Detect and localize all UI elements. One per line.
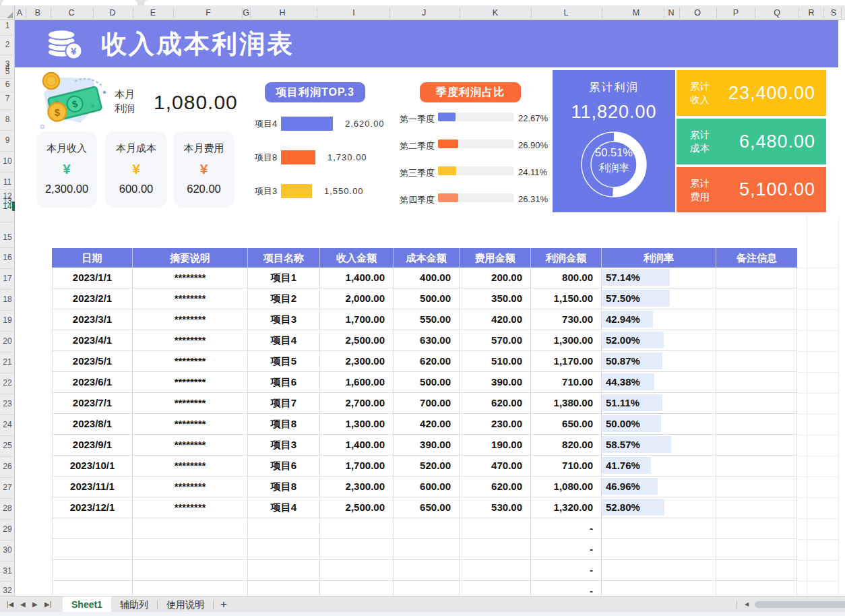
row-header-21[interactable]: 21 <box>0 357 15 367</box>
cell-rate[interactable]: 46.96% <box>602 476 716 497</box>
cell-income[interactable]: 2,000.00 <box>320 288 394 309</box>
cell-summary[interactable]: ******** <box>133 351 248 372</box>
cell-summary[interactable]: ******** <box>133 393 248 414</box>
cell-rate[interactable]: 41.76% <box>602 456 716 476</box>
column-header-S[interactable]: S <box>831 5 836 20</box>
cell-cost[interactable] <box>394 581 460 596</box>
cell-project[interactable]: 项目4 <box>248 330 320 351</box>
column-header-G[interactable]: G <box>243 5 249 20</box>
cell-cost[interactable]: 500.00 <box>394 372 460 393</box>
cell-income[interactable] <box>320 539 394 560</box>
cell-summary[interactable]: ******** <box>133 288 248 309</box>
cell-profit[interactable]: 710.00 <box>531 456 602 476</box>
cell-income[interactable]: 1,300.00 <box>320 414 394 435</box>
document-tab[interactable] <box>1 0 137 5</box>
row-header-28[interactable]: 28 <box>0 503 15 513</box>
cell-note[interactable] <box>716 497 797 518</box>
cell-income[interactable]: 1,700.00 <box>320 309 394 330</box>
row-header-30[interactable]: 30 <box>0 545 15 555</box>
cell-date[interactable] <box>52 581 133 596</box>
cell-profit[interactable]: 1,150.00 <box>531 288 602 309</box>
row-header-2[interactable]: 2 <box>0 40 15 49</box>
cell-date[interactable]: 2023/12/1 <box>52 497 133 518</box>
row-header-17[interactable]: 17 <box>0 274 15 283</box>
row-header-24[interactable]: 24 <box>0 420 15 429</box>
cell-rate[interactable] <box>602 560 716 581</box>
table-header-备注信息[interactable]: 备注信息 <box>716 248 797 268</box>
cell-note[interactable] <box>716 372 797 393</box>
cell-profit[interactable]: - <box>531 560 602 581</box>
cell-rate[interactable] <box>602 581 716 596</box>
quarter-chart-title-button[interactable]: 季度利润占比 <box>420 82 521 102</box>
select-all-corner[interactable] <box>0 5 15 20</box>
row-header-6[interactable]: 6 <box>0 80 15 89</box>
row-header-22[interactable]: 22 <box>0 378 15 388</box>
cell-note[interactable] <box>716 309 797 330</box>
row-header-18[interactable]: 18 <box>0 295 15 304</box>
cell-income[interactable]: 2,500.00 <box>320 330 394 351</box>
cell-cost[interactable]: 550.00 <box>394 309 460 330</box>
column-header-F[interactable]: F <box>206 5 211 20</box>
row-header-7[interactable]: 7 <box>0 94 15 103</box>
cell-profit[interactable]: 650.00 <box>531 414 602 435</box>
column-header-A[interactable]: A <box>17 5 22 20</box>
row-header-27[interactable]: 27 <box>0 483 15 492</box>
cell-date[interactable]: 2023/2/1 <box>52 288 133 309</box>
cell-profit[interactable]: - <box>531 581 602 596</box>
cell-rate[interactable]: 57.14% <box>602 268 716 288</box>
cell-note[interactable] <box>716 268 797 288</box>
column-header-D[interactable]: D <box>109 5 115 20</box>
cell-profit[interactable]: 820.00 <box>531 435 602 456</box>
cell-income[interactable]: 2,300.00 <box>320 476 394 497</box>
cell-expense[interactable]: 620.00 <box>460 393 531 414</box>
cell-expense[interactable] <box>460 539 531 560</box>
cell-income[interactable]: 1,600.00 <box>320 372 394 393</box>
column-header-J[interactable]: J <box>422 5 426 20</box>
cell-profit[interactable]: - <box>531 518 602 539</box>
column-header-M[interactable]: M <box>633 5 639 20</box>
cell-profit[interactable]: 1,380.00 <box>531 393 602 414</box>
cell-summary[interactable]: ******** <box>133 372 248 393</box>
cell-profit[interactable]: - <box>531 539 602 560</box>
cell-rate[interactable]: 58.57% <box>602 435 716 456</box>
cell-date[interactable]: 2023/9/1 <box>52 435 133 456</box>
add-sheet-button[interactable]: + <box>220 596 227 613</box>
cell-expense[interactable]: 420.00 <box>460 309 531 330</box>
cell-income[interactable] <box>320 518 394 539</box>
column-header-C[interactable]: C <box>68 5 74 20</box>
row-header-23[interactable]: 23 <box>0 399 15 408</box>
row-header-10[interactable]: 10 <box>0 156 15 166</box>
row-header-8[interactable]: 8 <box>0 115 15 124</box>
row-header-29[interactable]: 29 <box>0 524 15 534</box>
cell-project[interactable]: 项目8 <box>248 414 320 435</box>
sheet-nav-last[interactable]: ▶| <box>44 596 51 613</box>
cell-note[interactable] <box>716 414 797 435</box>
table-header-利润率[interactable]: 利润率 <box>602 248 716 268</box>
sheet-nav-prev[interactable]: ◀ <box>20 596 26 613</box>
column-header-H[interactable]: H <box>279 5 285 20</box>
cell-note[interactable] <box>716 435 797 456</box>
cell-expense[interactable]: 510.00 <box>460 351 531 372</box>
cell-summary[interactable]: ******** <box>133 476 248 497</box>
cell-project[interactable] <box>248 518 320 539</box>
cell-rate[interactable] <box>602 539 716 560</box>
cell-date[interactable] <box>52 560 133 581</box>
cell-project[interactable]: 项目6 <box>248 456 320 476</box>
cell-rate[interactable]: 44.38% <box>602 372 716 393</box>
cell-cost[interactable]: 700.00 <box>394 393 460 414</box>
column-header-Q[interactable]: Q <box>774 5 780 20</box>
cell-summary[interactable]: ******** <box>133 435 248 456</box>
cell-cost[interactable] <box>394 539 460 560</box>
cell-project[interactable]: 项目3 <box>248 309 320 330</box>
row-header-16[interactable]: 16 <box>0 253 15 262</box>
cell-rate[interactable]: 52.80% <box>602 497 716 518</box>
cell-rate[interactable]: 42.94% <box>602 309 716 330</box>
cell-summary[interactable] <box>133 539 248 560</box>
cell-project[interactable]: 项目4 <box>248 497 320 518</box>
cell-note[interactable] <box>716 560 797 581</box>
cell-expense[interactable] <box>460 518 531 539</box>
cell-rate[interactable]: 51.11% <box>602 393 716 414</box>
cell-rate[interactable]: 57.50% <box>602 288 716 309</box>
cell-expense[interactable] <box>460 560 531 581</box>
cell-summary[interactable]: ******** <box>133 456 248 476</box>
